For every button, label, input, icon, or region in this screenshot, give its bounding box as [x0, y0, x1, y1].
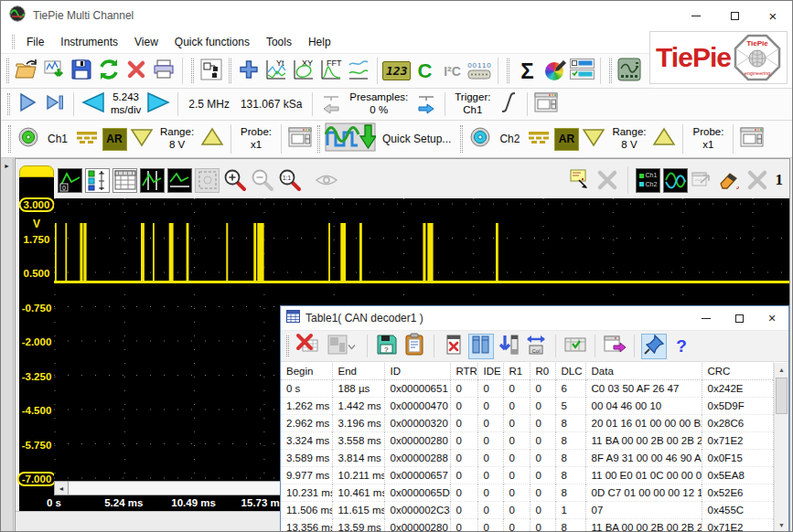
zoom-in-button[interactable] — [222, 168, 247, 193]
sum-button[interactable]: Σ — [513, 58, 541, 85]
column-header-end[interactable]: End — [332, 363, 384, 380]
delete-button[interactable] — [123, 58, 150, 85]
xy-graph-button[interactable]: XY — [290, 58, 317, 85]
save-button[interactable] — [68, 58, 95, 85]
menu-help[interactable]: Help — [300, 33, 339, 51]
horizontal-cursors-button[interactable] — [167, 168, 192, 193]
table-row[interactable]: 1.262 ms1.442 ms0x000004700000500 04 46 … — [281, 398, 774, 415]
scroll-down-button[interactable]: ▼ — [775, 518, 788, 532]
table-row[interactable]: 11.506 ms11.615 ms0x000002C300001070x455… — [281, 502, 774, 519]
autosize-button[interactable] — [563, 334, 588, 359]
table-title-bar[interactable]: Table1( CAN decoder1 ) × — [281, 306, 788, 330]
vertical-cursors-button[interactable] — [140, 168, 165, 193]
print-button[interactable] — [150, 58, 177, 85]
yt-graph-button[interactable]: Yt — [263, 58, 290, 85]
column-header-r0[interactable]: R0 — [530, 363, 555, 380]
close-button[interactable]: × — [754, 1, 792, 30]
save-table-button[interactable]: ? — [374, 334, 400, 359]
export-table-button[interactable] — [602, 334, 627, 359]
value-display-button[interactable]: 123 — [382, 58, 411, 85]
ch2-settings-button[interactable] — [738, 125, 766, 153]
waveform-colors-button[interactable] — [663, 168, 688, 193]
eraser-button[interactable] — [718, 168, 743, 193]
table-row[interactable]: 0 s188 µs0x0000065100006C0 03 50 AF 26 4… — [281, 380, 774, 398]
table-close-button[interactable]: × — [755, 306, 788, 330]
minimize-button[interactable] — [677, 1, 715, 30]
menu-quick-functions[interactable]: Quick functions — [166, 33, 258, 51]
table-maximize-button[interactable] — [723, 306, 755, 330]
scrollbar-thumb[interactable] — [776, 378, 788, 414]
import-data-button[interactable] — [40, 58, 68, 85]
table-view-button[interactable] — [113, 168, 137, 193]
serial-decoder-button[interactable]: 00110 — [466, 58, 493, 85]
menu-file[interactable]: File — [18, 33, 52, 51]
presamples-decrease-button[interactable] — [317, 90, 345, 118]
table-minimize-button[interactable] — [690, 306, 723, 330]
collapsed-panel-strip[interactable]: ► — [1, 158, 14, 532]
column-header-data[interactable]: Data — [585, 363, 702, 380]
quick-setup-button[interactable] — [324, 125, 377, 153]
column-header-begin[interactable]: Begin — [281, 363, 332, 380]
fft-graph-button[interactable]: FFT — [317, 58, 345, 85]
table-row[interactable]: 10.231 ms10.461 ms0x0000065D000080D C7 0… — [281, 484, 774, 502]
ch2-range-up-button[interactable] — [650, 125, 678, 153]
quick-setup-label[interactable]: Quick Setup... — [377, 133, 456, 145]
legend-button[interactable]: Ch1 Ch2 — [636, 168, 660, 193]
oneshot-button[interactable] — [41, 90, 69, 118]
y-axis[interactable]: V 3.0001.7500.500-0.750-2.000-3.250-4.50… — [19, 177, 54, 495]
open-button[interactable] — [13, 58, 40, 85]
timebase-slower-button[interactable] — [79, 90, 106, 118]
start-button[interactable] — [14, 90, 41, 118]
remove-column-button[interactable] — [441, 334, 466, 359]
layout-select-button[interactable] — [322, 334, 360, 359]
menu-view[interactable]: View — [126, 33, 166, 51]
instrument-button[interactable] — [616, 58, 643, 85]
table-row[interactable]: 3.324 ms3.558 ms0x000002800000811 BA 00 … — [281, 432, 774, 450]
maximize-button[interactable] — [715, 1, 754, 30]
column-header-ide[interactable]: IDE — [477, 363, 503, 380]
help-button[interactable]: ? — [669, 334, 694, 359]
column-header-crc[interactable]: CRC — [702, 363, 774, 380]
ch2-coupling-button[interactable] — [525, 125, 552, 153]
pin-window-button[interactable] — [641, 334, 667, 359]
object-tree-button[interactable] — [198, 58, 225, 85]
channel-list-button[interactable] — [568, 58, 595, 85]
select-columns-button[interactable] — [468, 334, 494, 359]
refresh-button[interactable] — [95, 58, 123, 85]
add-source-button[interactable] — [235, 58, 263, 85]
ch1-range-down-button[interactable] — [128, 125, 155, 153]
table-row[interactable]: 2.962 ms3.196 ms0x000003200000820 01 16 … — [281, 415, 774, 432]
channel-levels-button[interactable] — [85, 168, 110, 193]
add-comment-button[interactable] — [568, 168, 593, 193]
vertical-scrollbar[interactable]: ▲ ▼ — [774, 363, 788, 532]
delete-table-button[interactable] — [295, 334, 320, 359]
table-row[interactable]: 13.356 ms13.59 ms0x000002800000811 BA 00… — [281, 519, 774, 532]
zero-line-button[interactable]: 0 — [58, 168, 82, 193]
ch2-range-down-button[interactable] — [580, 125, 607, 153]
column-header-rtr[interactable]: RTR — [450, 363, 477, 380]
column-width-button[interactable]: Col — [523, 334, 549, 359]
column-header-id[interactable]: ID — [384, 363, 450, 380]
column-header-dlc[interactable]: DLC — [555, 363, 585, 380]
scroll-up-button[interactable]: ▲ — [775, 363, 788, 377]
timebase-faster-button[interactable] — [145, 90, 173, 118]
column-header-r1[interactable]: R1 — [503, 363, 530, 380]
presamples-increase-button[interactable] — [413, 90, 440, 118]
zoom-reset-button[interactable]: 1:1 — [277, 168, 302, 193]
ch1-enable-button[interactable] — [15, 125, 42, 153]
copy-table-button[interactable] — [402, 334, 427, 359]
ch2-autorange-button[interactable]: AR — [552, 125, 580, 153]
table-row[interactable]: 9.977 ms10.211 ms0x000006570000811 00 E0… — [281, 467, 774, 484]
ch1-settings-button[interactable] — [286, 125, 314, 153]
trigger-edge-button[interactable] — [495, 90, 522, 118]
menu-tools[interactable]: Tools — [258, 33, 300, 51]
ch2-enable-button[interactable] — [466, 125, 494, 153]
meter-graph-button[interactable] — [345, 58, 372, 85]
ch1-range-up-button[interactable] — [198, 125, 226, 153]
can-decoder-button[interactable]: C — [411, 58, 438, 85]
channel-axis-tab[interactable] — [19, 165, 54, 177]
colors-button[interactable] — [541, 58, 568, 85]
trigger-settings-button[interactable] — [532, 90, 560, 118]
i2c-decoder-button[interactable]: I²C — [438, 58, 466, 85]
table-row[interactable]: 3.589 ms3.814 ms0x00000288000088F A9 31 … — [281, 450, 774, 467]
